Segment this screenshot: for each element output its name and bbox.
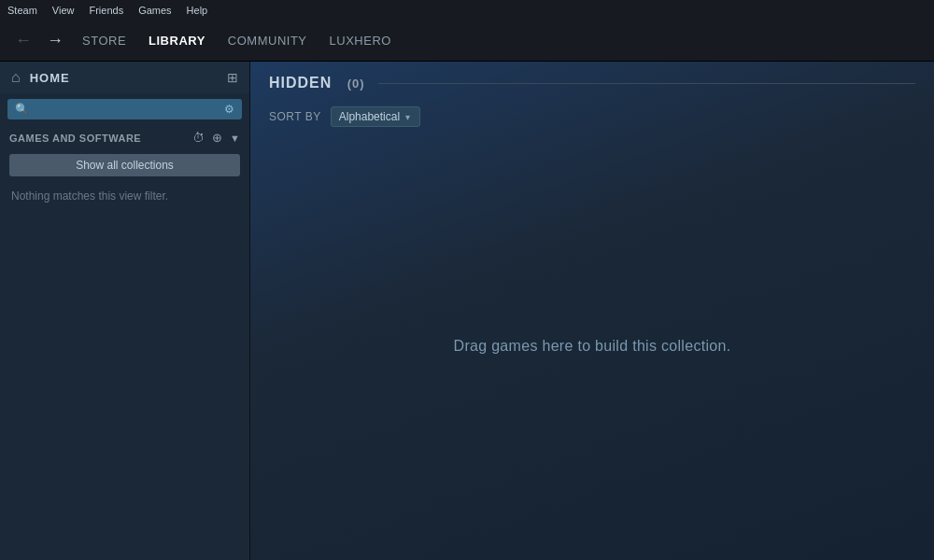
search-input[interactable] xyxy=(35,103,219,116)
hidden-count: (0) xyxy=(347,77,365,91)
games-software-section-header[interactable]: GAMES AND SOFTWARE ⏱ ⊕ ▼ xyxy=(0,125,249,150)
sort-chevron-icon: ▾ xyxy=(405,112,410,122)
nav-library[interactable]: LIBRARY xyxy=(139,28,215,53)
menu-bar: Steam View Friends Games Help xyxy=(0,0,934,21)
hidden-title: HIDDEN (0) xyxy=(269,75,365,91)
main-layout: ⌂ HOME ⊞ 🔍 ⚙ GAMES AND SOFTWARE ⏱ ⊕ ▼ Sh… xyxy=(0,62,934,560)
chevron-down-icon[interactable]: ▼ xyxy=(230,133,240,144)
menu-steam[interactable]: Steam xyxy=(7,5,37,16)
nav-store[interactable]: STORE xyxy=(73,28,135,53)
home-label: HOME xyxy=(30,71,218,85)
search-icon: 🔍 xyxy=(15,103,29,116)
empty-collection-message: Drag games here to build this collection… xyxy=(250,133,934,560)
sidebar-home[interactable]: ⌂ HOME ⊞ xyxy=(0,62,249,93)
hidden-divider xyxy=(378,83,915,84)
sidebar: ⌂ HOME ⊞ 🔍 ⚙ GAMES AND SOFTWARE ⏱ ⊕ ▼ Sh… xyxy=(0,62,250,560)
menu-view[interactable]: View xyxy=(52,5,75,16)
back-button[interactable]: ← xyxy=(9,27,37,54)
menu-friends[interactable]: Friends xyxy=(89,5,123,16)
games-software-title: GAMES AND SOFTWARE xyxy=(9,133,187,144)
filter-icon[interactable]: ⚙ xyxy=(224,103,234,116)
sort-bar: SORT BY Alphabetical ▾ xyxy=(250,101,934,133)
home-icon: ⌂ xyxy=(11,69,21,86)
show-collections-button[interactable]: Show all collections xyxy=(9,154,240,176)
nav-bar: ← → STORE LIBRARY COMMUNITY LUXHERO xyxy=(0,21,934,62)
content-area: HIDDEN (0) SORT BY Alphabetical ▾ Drag g… xyxy=(250,62,934,560)
content-header: HIDDEN (0) xyxy=(250,62,934,101)
nav-community[interactable]: COMMUNITY xyxy=(219,28,317,53)
grid-view-icon[interactable]: ⊞ xyxy=(227,70,238,85)
no-match-message: Nothing matches this view filter. xyxy=(0,180,249,212)
recent-icon[interactable]: ⏱ xyxy=(192,131,205,145)
sort-dropdown[interactable]: Alphabetical ▾ xyxy=(331,106,420,127)
menu-games[interactable]: Games xyxy=(138,5,171,16)
sort-by-label: SORT BY xyxy=(269,110,321,123)
menu-help[interactable]: Help xyxy=(187,5,208,16)
forward-button[interactable]: → xyxy=(41,27,69,54)
nav-username[interactable]: LUXHERO xyxy=(320,28,401,53)
search-bar: 🔍 ⚙ xyxy=(7,99,242,119)
add-icon[interactable]: ⊕ xyxy=(212,131,222,145)
sort-value: Alphabetical xyxy=(339,110,400,123)
section-icons: ⏱ ⊕ ▼ xyxy=(192,131,240,145)
